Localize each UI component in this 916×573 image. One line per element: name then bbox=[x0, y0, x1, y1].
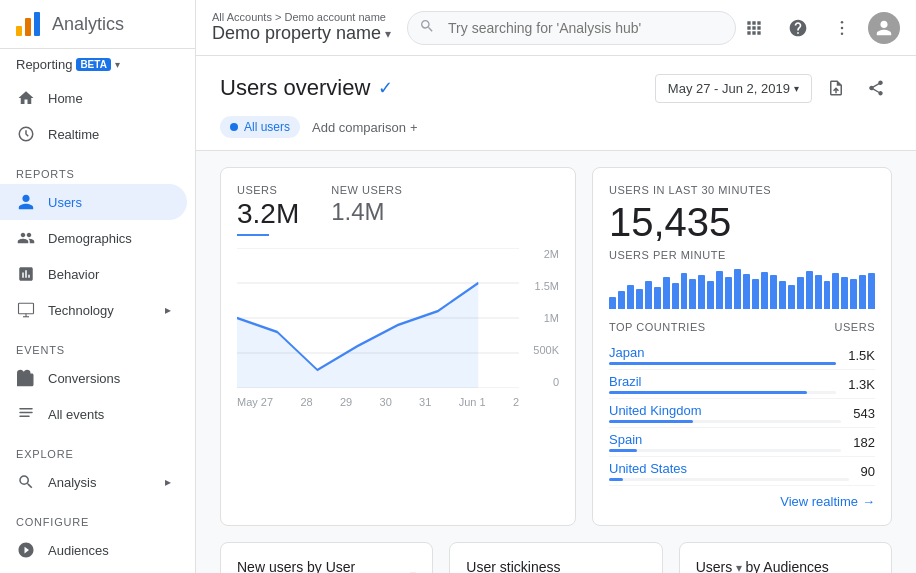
svg-rect-7 bbox=[19, 408, 33, 410]
more-menu-button[interactable] bbox=[824, 10, 860, 46]
sidebar-item-demographics-label: Demographics bbox=[48, 231, 132, 246]
reporting-chevron-icon: ▾ bbox=[115, 59, 120, 70]
page-title: Users overview bbox=[220, 75, 370, 101]
share-button[interactable] bbox=[860, 72, 892, 104]
apps-button[interactable] bbox=[736, 10, 772, 46]
mini-bar bbox=[663, 277, 670, 309]
country-progress-bar bbox=[609, 420, 693, 423]
topbar-actions bbox=[736, 10, 900, 46]
svg-rect-0 bbox=[16, 26, 22, 36]
country-progress-bar bbox=[609, 478, 623, 481]
country-name[interactable]: Spain bbox=[609, 432, 642, 447]
sidebar-item-behavior-label: Behavior bbox=[48, 267, 99, 282]
x-label-30: 30 bbox=[380, 396, 392, 408]
sidebar-item-realtime-label: Realtime bbox=[48, 127, 99, 142]
svg-rect-9 bbox=[19, 416, 30, 418]
audiences-icon bbox=[16, 540, 36, 560]
sidebar-item-analysis[interactable]: Analysis ▸ bbox=[0, 464, 187, 500]
country-progress-bar bbox=[609, 362, 836, 365]
realtime-value: 15,435 bbox=[609, 200, 875, 245]
country-name[interactable]: United Kingdom bbox=[609, 403, 702, 418]
explore-section-label: EXPLORE bbox=[0, 432, 195, 464]
sidebar-item-realtime[interactable]: Realtime bbox=[0, 116, 187, 152]
mini-bar bbox=[779, 281, 786, 309]
y-label-0: 0 bbox=[523, 376, 559, 388]
new-users-metric: New users 1.4M bbox=[331, 184, 402, 236]
users-metric-label: Users bbox=[237, 184, 299, 196]
mini-bar bbox=[636, 289, 643, 309]
stickiness-title-text: User stickiness bbox=[466, 559, 560, 573]
country-row: United Kingdom 543 bbox=[609, 399, 875, 428]
country-progress-bar-bg bbox=[609, 420, 841, 423]
audiences-card-title: Users ▾ by Audiences bbox=[696, 559, 875, 573]
date-range-button[interactable]: May 27 - Jun 2, 2019 ▾ bbox=[655, 74, 812, 103]
country-value: 182 bbox=[853, 435, 875, 450]
country-value: 90 bbox=[861, 464, 875, 479]
realtime-sub-label: USERS PER MINUTE bbox=[609, 249, 875, 261]
verified-icon: ✓ bbox=[378, 77, 393, 99]
stickiness-card-title: User stickiness bbox=[466, 559, 645, 573]
date-range-chevron-icon: ▾ bbox=[794, 83, 799, 94]
help-button[interactable] bbox=[780, 10, 816, 46]
home-icon bbox=[16, 88, 36, 108]
sidebar-logo: Analytics bbox=[0, 0, 195, 49]
conversions-icon bbox=[16, 368, 36, 388]
country-progress-bar-bg bbox=[609, 362, 836, 365]
x-label-29: 29 bbox=[340, 396, 352, 408]
mini-bar bbox=[609, 297, 616, 309]
mini-bar bbox=[752, 279, 759, 309]
realtime-card: USERS IN LAST 30 MINUTES 15,435 USERS PE… bbox=[592, 167, 892, 526]
y-label-1-5m: 1.5M bbox=[523, 280, 559, 292]
sidebar-item-home[interactable]: Home bbox=[0, 80, 187, 116]
all-users-chip[interactable]: All users bbox=[220, 116, 300, 138]
mini-bar bbox=[698, 275, 705, 309]
reporting-label: Reporting bbox=[16, 57, 72, 72]
stickiness-card: User stickiness DAU / MAU ? 9.3% DAU / W… bbox=[449, 542, 662, 573]
new-users-card: New users by User medium ▾ USER MEDIUM N… bbox=[220, 542, 433, 573]
country-name[interactable]: Japan bbox=[609, 345, 644, 360]
sidebar-item-technology[interactable]: Technology ▸ bbox=[0, 292, 187, 328]
sidebar-item-conversions[interactable]: Conversions bbox=[0, 360, 187, 396]
export-button[interactable] bbox=[820, 72, 852, 104]
sidebar-item-users[interactable]: Users bbox=[0, 184, 187, 220]
sidebar-item-demographics[interactable]: Demographics bbox=[0, 220, 187, 256]
mini-bar bbox=[654, 287, 661, 309]
beta-badge: BETA bbox=[76, 58, 110, 71]
country-row: United States 90 bbox=[609, 457, 875, 486]
new-users-dropdown-icon[interactable]: ▾ bbox=[410, 568, 416, 573]
sidebar-item-all-events[interactable]: All events bbox=[0, 396, 187, 432]
realtime-label: USERS IN LAST 30 MINUTES bbox=[609, 184, 875, 196]
topbar: All Accounts > Demo account name Demo pr… bbox=[196, 0, 916, 56]
analysis-expand-icon: ▸ bbox=[165, 475, 171, 489]
view-realtime-link[interactable]: View realtime → bbox=[609, 494, 875, 509]
country-name[interactable]: Brazil bbox=[609, 374, 642, 389]
country-name[interactable]: United States bbox=[609, 461, 687, 476]
country-row: Brazil 1.3K bbox=[609, 370, 875, 399]
search-bar bbox=[407, 11, 736, 45]
mini-bar bbox=[716, 271, 723, 309]
countries-col-left: TOP COUNTRIES bbox=[609, 321, 706, 333]
users-icon bbox=[16, 192, 36, 212]
sidebar-item-behavior[interactable]: Behavior bbox=[0, 256, 187, 292]
sidebar-item-all-events-label: All events bbox=[48, 407, 104, 422]
sidebar-item-user-properties[interactable]: User properties bbox=[0, 568, 187, 573]
x-label-jun1: Jun 1 bbox=[459, 396, 486, 408]
search-input[interactable] bbox=[407, 11, 736, 45]
add-comparison-button[interactable]: Add comparison + bbox=[312, 120, 418, 135]
property-name-button[interactable]: Demo property name ▾ bbox=[212, 23, 391, 44]
chart-svg-area bbox=[237, 248, 519, 388]
reporting-menu[interactable]: Reporting BETA ▾ bbox=[0, 49, 195, 80]
sidebar-item-audiences[interactable]: Audiences bbox=[0, 532, 187, 568]
realtime-icon bbox=[16, 124, 36, 144]
country-progress-bar-bg bbox=[609, 478, 849, 481]
mini-bar bbox=[859, 275, 866, 309]
new-users-title-text: New users by User medium bbox=[237, 559, 406, 573]
sidebar: Analytics Reporting BETA ▾ Home Realtime… bbox=[0, 0, 196, 573]
property-navigation: All Accounts > Demo account name Demo pr… bbox=[212, 11, 391, 44]
mini-bar bbox=[806, 271, 813, 309]
technology-expand-icon: ▸ bbox=[165, 303, 171, 317]
user-avatar[interactable] bbox=[868, 12, 900, 44]
comparison-bar: All users Add comparison + bbox=[196, 112, 916, 151]
all-users-label: All users bbox=[244, 120, 290, 134]
new-users-card-title: New users by User medium ▾ bbox=[237, 559, 416, 573]
